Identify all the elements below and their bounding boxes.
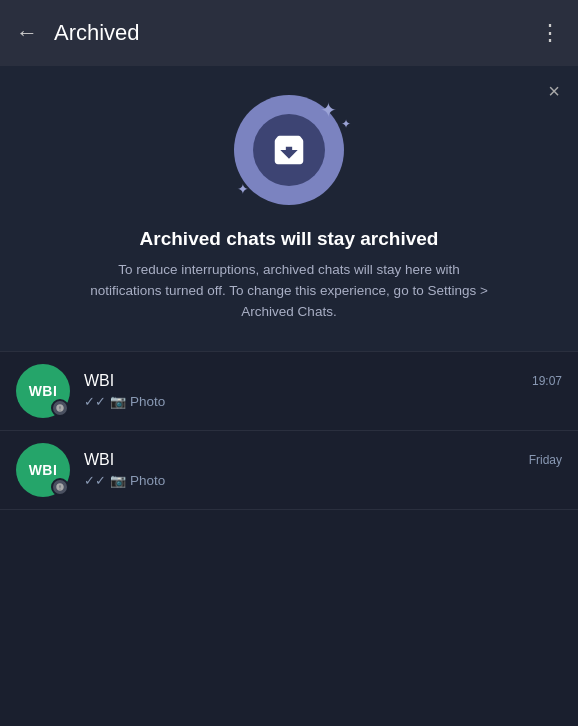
banner-title: Archived chats will stay archived xyxy=(140,228,439,250)
archive-icon-wrapper: ✦ ✦ ✦ xyxy=(229,90,349,210)
chat-time: 19:07 xyxy=(532,374,562,388)
chat-name: WBI xyxy=(84,451,114,469)
photo-icon: 📷 xyxy=(110,394,126,409)
chat-time: Friday xyxy=(529,453,562,467)
chat-preview: ✓✓ 📷 Photo xyxy=(84,473,562,488)
chat-row-top: WBI 19:07 xyxy=(84,372,562,390)
avatar-wrapper: WBI xyxy=(16,443,70,497)
chat-row-top: WBI Friday xyxy=(84,451,562,469)
muted-badge xyxy=(51,478,69,496)
preview-text: Photo xyxy=(130,394,165,409)
chat-content: WBI Friday ✓✓ 📷 Photo xyxy=(84,451,562,488)
header: ← Archived ⋮ xyxy=(0,0,578,66)
avatar-wrapper: WBI xyxy=(16,364,70,418)
sparkle-icon-top-right: ✦ xyxy=(341,118,351,130)
archived-banner: × ✦ ✦ ✦ Archived chats will stay archive… xyxy=(0,66,578,352)
page-title: Archived xyxy=(54,20,523,46)
double-check-icon: ✓✓ xyxy=(84,394,106,409)
sparkle-icon-top: ✦ xyxy=(320,100,337,120)
chat-item[interactable]: WBI WBI Friday ✓✓ 📷 Photo xyxy=(0,431,578,510)
back-button[interactable]: ← xyxy=(16,20,38,46)
chat-preview: ✓✓ 📷 Photo xyxy=(84,394,562,409)
chat-name: WBI xyxy=(84,372,114,390)
double-check-icon: ✓✓ xyxy=(84,473,106,488)
mute-icon xyxy=(55,482,65,492)
mute-icon xyxy=(55,403,65,413)
sparkle-icon-bottom-left: ✦ xyxy=(237,182,249,196)
chat-item[interactable]: WBI WBI 19:07 ✓✓ 📷 Photo xyxy=(0,352,578,431)
archive-inner-circle xyxy=(253,114,325,186)
muted-badge xyxy=(51,399,69,417)
chat-content: WBI 19:07 ✓✓ 📷 Photo xyxy=(84,372,562,409)
chat-list: WBI WBI 19:07 ✓✓ 📷 Photo WBI xyxy=(0,352,578,510)
more-options-button[interactable]: ⋮ xyxy=(539,20,562,46)
photo-icon: 📷 xyxy=(110,473,126,488)
banner-close-button[interactable]: × xyxy=(548,80,560,103)
archive-icon xyxy=(270,131,308,169)
preview-text: Photo xyxy=(130,473,165,488)
banner-description: To reduce interruptions, archived chats … xyxy=(89,260,489,323)
